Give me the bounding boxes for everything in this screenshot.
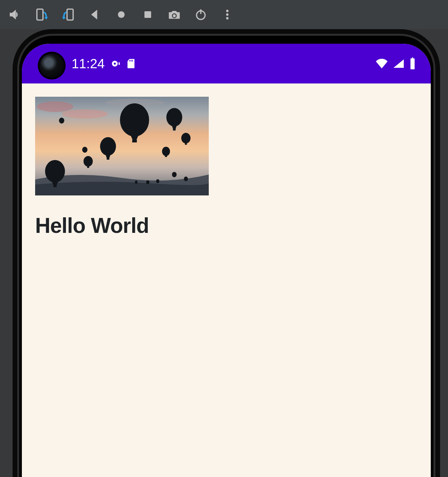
volume-icon — [8, 7, 23, 22]
home-button[interactable] — [108, 0, 135, 29]
phone-frame: 11:24 — [13, 29, 440, 477]
back-icon — [87, 7, 102, 22]
svg-rect-28 — [185, 143, 187, 145]
back-button[interactable] — [82, 0, 108, 29]
more-button[interactable] — [214, 0, 241, 29]
screenshot-button[interactable] — [161, 0, 188, 29]
cellular-icon — [393, 58, 404, 69]
battery-icon — [409, 57, 416, 70]
svg-point-25 — [162, 147, 170, 156]
svg-rect-3 — [144, 11, 151, 18]
status-time: 11:24 — [72, 56, 105, 71]
rotate-left-icon — [34, 7, 49, 22]
svg-rect-22 — [53, 185, 57, 187]
wifi-icon — [375, 58, 388, 69]
svg-point-31 — [172, 172, 177, 177]
svg-rect-20 — [107, 158, 109, 160]
svg-point-15 — [120, 103, 149, 136]
svg-point-7 — [226, 17, 228, 19]
svg-rect-1 — [67, 9, 73, 20]
svg-rect-18 — [173, 129, 176, 131]
svg-point-6 — [226, 13, 228, 16]
svg-point-30 — [82, 147, 87, 153]
svg-point-13 — [62, 109, 108, 119]
svg-point-27 — [181, 133, 191, 143]
svg-point-35 — [135, 181, 138, 184]
phone-camera — [40, 54, 64, 78]
hero-image — [35, 97, 209, 195]
svg-point-2 — [118, 11, 125, 18]
status-bar: 11:24 — [22, 44, 431, 83]
svg-rect-16 — [132, 140, 137, 142]
disc-icon — [111, 59, 121, 69]
sd-card-icon — [127, 58, 136, 69]
rotate-right-icon — [61, 7, 76, 22]
phone-screen: 11:24 — [22, 44, 431, 477]
volume-button[interactable] — [2, 0, 28, 29]
svg-point-33 — [146, 180, 149, 184]
emulator-toolbar — [0, 0, 448, 29]
rotate-right-button[interactable] — [55, 0, 82, 29]
svg-point-29 — [59, 118, 64, 124]
svg-point-12 — [37, 101, 73, 112]
overview-icon — [140, 7, 155, 22]
svg-point-21 — [45, 160, 65, 183]
app-content: Hello World — [22, 83, 431, 251]
svg-point-23 — [84, 156, 93, 167]
overview-button[interactable] — [135, 0, 161, 29]
svg-point-32 — [184, 177, 188, 181]
home-icon — [114, 7, 129, 22]
svg-rect-24 — [87, 166, 89, 168]
screenshot-icon — [167, 7, 182, 22]
rotate-left-button[interactable] — [28, 0, 55, 29]
svg-point-5 — [226, 10, 228, 12]
more-icon — [220, 7, 235, 22]
headline: Hello World — [35, 213, 418, 238]
svg-point-19 — [100, 137, 116, 156]
svg-point-34 — [156, 179, 159, 183]
svg-point-9 — [114, 63, 116, 65]
restart-button[interactable] — [188, 0, 214, 29]
svg-rect-10 — [119, 62, 120, 65]
svg-point-17 — [166, 108, 182, 127]
svg-rect-0 — [37, 9, 43, 20]
svg-rect-26 — [165, 156, 167, 157]
restart-icon — [194, 7, 208, 22]
